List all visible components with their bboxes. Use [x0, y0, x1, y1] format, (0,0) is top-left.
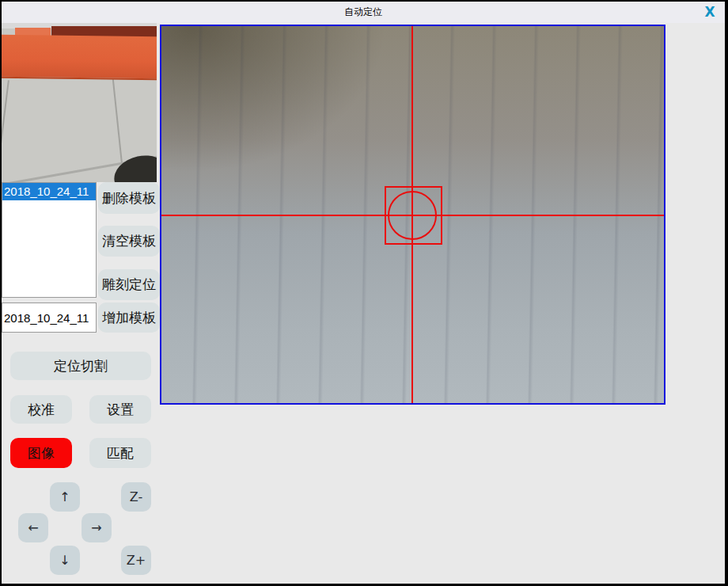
- jog-right-arrow-icon[interactable]: →: [82, 513, 112, 542]
- engrave-position-button[interactable]: 雕刻定位: [98, 269, 160, 300]
- jog-z-minus-button[interactable]: Z-: [121, 482, 151, 512]
- close-icon[interactable]: X: [701, 3, 719, 21]
- template-list[interactable]: 2018_10_24_11: [2, 182, 97, 298]
- jog-up-arrow-icon[interactable]: ↑: [50, 482, 80, 512]
- thumb-dark-blob: [111, 150, 157, 182]
- jog-left-arrow-icon[interactable]: ←: [18, 513, 48, 542]
- clear-template-button[interactable]: 清空模板: [98, 226, 160, 257]
- camera-view[interactable]: [160, 25, 665, 405]
- position-cut-button[interactable]: 定位切割: [10, 352, 151, 380]
- calibrate-button[interactable]: 校准: [10, 395, 72, 424]
- dialog-title: 自动定位: [344, 6, 382, 19]
- jog-z-plus-button[interactable]: Z+: [121, 546, 151, 575]
- delete-template-button[interactable]: 删除模板: [98, 182, 160, 214]
- thumb-tile-line: [2, 80, 9, 143]
- template-name-input[interactable]: [2, 303, 97, 333]
- title-bar: 自动定位: [2, 2, 725, 23]
- template-thumbnail-image: [2, 23, 157, 182]
- auto-positioning-dialog: 自动定位 X 2018_10_24_11 删除模板 清空模板 雕刻定位 增加模板…: [0, 0, 728, 586]
- image-button[interactable]: 图像: [10, 438, 72, 468]
- thumb-orange-beam: [2, 35, 157, 81]
- thumb-tile-line: [112, 78, 124, 173]
- template-list-item[interactable]: 2018_10_24_11: [2, 183, 96, 200]
- settings-button[interactable]: 设置: [89, 395, 151, 424]
- match-button[interactable]: 匹配: [89, 438, 151, 468]
- add-template-button[interactable]: 增加模板: [98, 303, 160, 333]
- jog-down-arrow-icon[interactable]: ↓: [50, 546, 80, 575]
- roi-circle-overlay: [388, 191, 437, 240]
